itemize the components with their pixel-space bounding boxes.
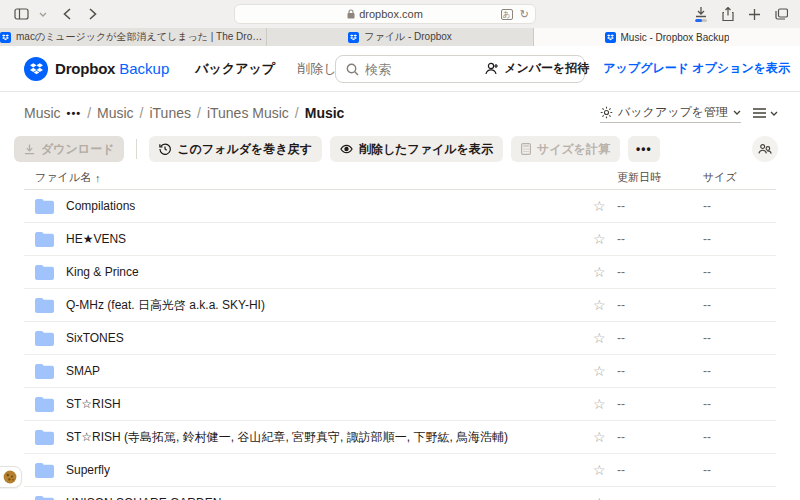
- browser-chrome: dropbox.com あ ↻: [0, 0, 800, 28]
- table-row[interactable]: HE★VENS ☆ -- --: [24, 223, 776, 256]
- column-header-size[interactable]: サイズ: [703, 170, 776, 185]
- folder-icon: [35, 397, 54, 412]
- list-view-icon: [753, 108, 766, 118]
- lock-icon: [347, 9, 355, 19]
- tab-label: Music - Dropbox Backup: [621, 32, 730, 43]
- download-button[interactable]: ダウンロード: [14, 136, 124, 162]
- file-name[interactable]: UNISON SQUARE GARDEN: [66, 496, 221, 500]
- cookie-consent-button[interactable]: [0, 466, 22, 488]
- view-toggle-button[interactable]: [753, 108, 778, 118]
- folder-icon: [35, 199, 54, 214]
- chevron-down-icon: [770, 111, 778, 116]
- more-actions-button[interactable]: •••: [628, 136, 660, 162]
- breadcrumb-segment[interactable]: Music: [97, 105, 134, 121]
- star-icon[interactable]: ☆: [593, 297, 617, 313]
- calculate-size-button[interactable]: サイズを計算: [511, 136, 620, 162]
- downloads-icon[interactable]: [695, 7, 707, 22]
- address-bar[interactable]: dropbox.com あ ↻: [234, 4, 536, 24]
- dropbox-favicon: [0, 32, 11, 43]
- chevron-down-icon[interactable]: [39, 12, 47, 17]
- tab-strip: macのミュージックが全部消えてしまった | The Dropbox Commu…: [0, 28, 800, 46]
- show-deleted-files-label: 削除したファイルを表示: [359, 141, 493, 158]
- table-row[interactable]: SixTONES ☆ -- --: [24, 322, 776, 355]
- tab-community[interactable]: macのミュージックが全部消えてしまった | The Dropbox Commu…: [0, 28, 267, 46]
- share-icon[interactable]: [722, 7, 734, 21]
- translate-icon[interactable]: あ: [501, 9, 513, 20]
- star-icon[interactable]: ☆: [593, 198, 617, 214]
- nav-item-backup[interactable]: バックアップ: [195, 60, 275, 78]
- table-row[interactable]: Q-MHz (feat. 日高光啓 a.k.a. SKY-HI) ☆ -- --: [24, 289, 776, 322]
- dropbox-favicon: [348, 32, 359, 43]
- manage-backup-button[interactable]: バックアップを管理: [600, 104, 741, 123]
- tab-music-backup[interactable]: Music - Dropbox Backup: [534, 28, 800, 46]
- file-name[interactable]: Compilations: [66, 199, 135, 213]
- star-icon[interactable]: ☆: [593, 330, 617, 346]
- star-icon[interactable]: ☆: [593, 396, 617, 412]
- size-cell: --: [703, 397, 776, 411]
- breadcrumb-separator: /: [295, 105, 299, 121]
- file-name[interactable]: SMAP: [66, 364, 100, 378]
- folder-icon: [35, 364, 54, 379]
- tab-overview-icon[interactable]: [775, 8, 788, 20]
- star-icon[interactable]: ☆: [593, 462, 617, 478]
- table-row[interactable]: Compilations ☆ -- --: [24, 190, 776, 223]
- breadcrumb-separator: /: [87, 105, 91, 121]
- upgrade-options-link[interactable]: アップグレード オプションを表示: [603, 60, 790, 77]
- tab-files[interactable]: ファイル - Dropbox: [267, 28, 534, 46]
- cookie-icon: [3, 470, 17, 484]
- invite-members-button[interactable]: メンバーを招待: [485, 60, 589, 77]
- folder-icon: [35, 496, 54, 500]
- new-tab-icon[interactable]: [749, 9, 760, 20]
- column-header-name[interactable]: ファイル名 ↑: [35, 170, 593, 185]
- tab-label: macのミュージックが全部消えてしまった | The Dropbox Commu…: [16, 30, 266, 44]
- back-button[interactable]: [63, 8, 71, 20]
- forward-button[interactable]: [89, 8, 97, 20]
- star-icon[interactable]: ☆: [593, 429, 617, 445]
- size-cell: --: [703, 463, 776, 477]
- rewind-clock-icon: [159, 143, 171, 155]
- file-name[interactable]: Superfly: [66, 463, 110, 477]
- reload-icon[interactable]: ↻: [520, 8, 529, 21]
- table-row[interactable]: SMAP ☆ -- --: [24, 355, 776, 388]
- folder-icon: [35, 331, 54, 346]
- breadcrumb-segment[interactable]: iTunes Music: [207, 105, 289, 121]
- star-icon[interactable]: ☆: [593, 363, 617, 379]
- file-name[interactable]: SixTONES: [66, 331, 124, 345]
- file-table: ファイル名 ↑ 更新日時 サイズ Compilations ☆ -- -- HE…: [0, 166, 800, 500]
- dropbox-logo[interactable]: Dropbox Backup: [24, 57, 169, 81]
- size-cell: --: [703, 298, 776, 312]
- breadcrumb: Music ••• / Music / iTunes / iTunes Musi…: [24, 105, 344, 121]
- star-icon[interactable]: ☆: [593, 495, 617, 500]
- file-name[interactable]: ST☆RISH: [66, 397, 121, 411]
- breadcrumb-ellipsis[interactable]: •••: [67, 107, 82, 119]
- dropbox-favicon: [605, 32, 616, 43]
- table-row[interactable]: King & Prince ☆ -- --: [24, 256, 776, 289]
- modified-cell: --: [617, 397, 703, 411]
- breadcrumb-current: Music: [305, 105, 345, 121]
- star-icon[interactable]: ☆: [593, 231, 617, 247]
- table-row[interactable]: ST☆RISH (寺島拓篤, 鈴村健一, 谷山紀章, 宮野真守, 諏訪部順一, …: [24, 421, 776, 454]
- table-row[interactable]: ST☆RISH ☆ -- --: [24, 388, 776, 421]
- table-row[interactable]: Superfly ☆ -- --: [24, 454, 776, 487]
- file-name[interactable]: ST☆RISH (寺島拓篤, 鈴村健一, 谷山紀章, 宮野真守, 諏訪部順一, …: [66, 429, 508, 446]
- calculate-size-label: サイズを計算: [537, 141, 610, 158]
- tab-label: ファイル - Dropbox: [364, 30, 452, 44]
- sidebar-toggle-icon[interactable]: [14, 8, 29, 20]
- size-cell: --: [703, 430, 776, 444]
- members-button[interactable]: [752, 136, 778, 162]
- table-row[interactable]: UNISON SQUARE GARDEN ☆ -- --: [24, 487, 776, 500]
- breadcrumb-root[interactable]: Music: [24, 105, 61, 121]
- chevron-down-icon: [733, 110, 741, 115]
- file-name[interactable]: Q-MHz (feat. 日高光啓 a.k.a. SKY-HI): [66, 297, 265, 314]
- column-header-modified[interactable]: 更新日時: [617, 170, 703, 185]
- file-name[interactable]: HE★VENS: [66, 232, 126, 246]
- breadcrumb-segment[interactable]: iTunes: [149, 105, 191, 121]
- table-header: ファイル名 ↑ 更新日時 サイズ: [24, 166, 776, 190]
- rewind-folder-button[interactable]: このフォルダを巻き戻す: [149, 136, 322, 162]
- manage-backup-label: バックアップを管理: [618, 104, 728, 121]
- modified-cell: --: [617, 496, 703, 500]
- show-deleted-files-button[interactable]: 削除したファイルを表示: [330, 136, 503, 162]
- star-icon[interactable]: ☆: [593, 264, 617, 280]
- file-list: Compilations ☆ -- -- HE★VENS ☆ -- -- Kin…: [0, 190, 800, 500]
- file-name[interactable]: King & Prince: [66, 265, 139, 279]
